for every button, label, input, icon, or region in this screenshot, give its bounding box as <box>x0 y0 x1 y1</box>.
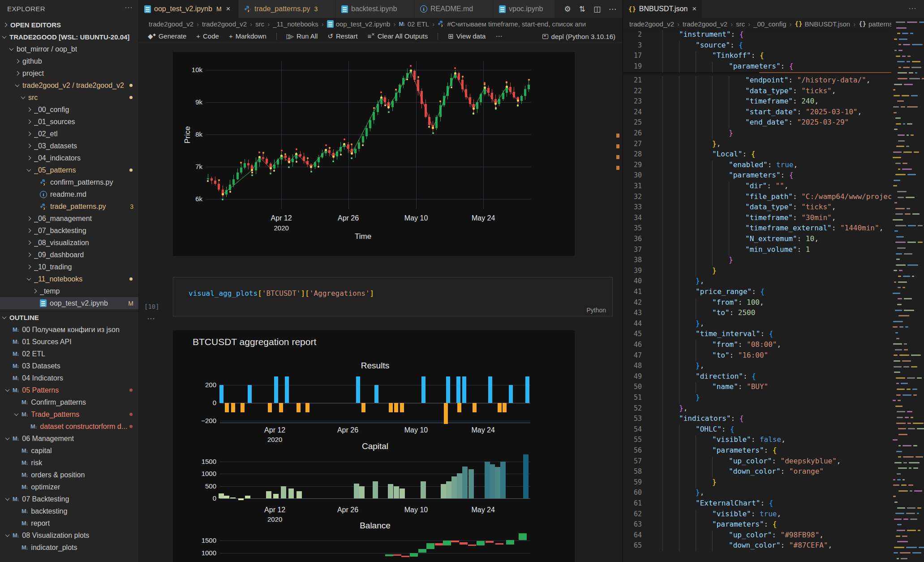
close-icon[interactable]: × <box>226 4 231 13</box>
open-editors-section[interactable]: OPEN EDITORS <box>0 19 139 31</box>
breadcrumb-item[interactable]: trade2good_v2 <box>149 20 193 28</box>
breadcrumb-item[interactable]: _00_config <box>753 20 786 28</box>
split-editor-icon[interactable]: ◫ <box>593 4 601 14</box>
outline-item[interactable]: M↓08 Visualization plots <box>0 529 139 541</box>
editor-more-icon[interactable]: ⋯ <box>908 4 917 13</box>
minimap-line <box>912 44 923 45</box>
tree-item[interactable]: _08_visualization <box>0 237 139 249</box>
outline-item[interactable]: M↓risk <box>0 457 139 469</box>
tree-item[interactable]: _temp <box>0 285 139 297</box>
cell-more-icon[interactable]: ⋯ <box>147 314 155 324</box>
outline-item[interactable]: M↓05 Patterns <box>0 384 139 396</box>
vscode-window: EXPLORER ⋯ OPEN EDITORS TRADE2GOOD [WSL:… <box>0 0 924 562</box>
breadcrumb-item[interactable]: #Считываем timeframe, start-end, список … <box>438 20 586 28</box>
breadcrumb-item[interactable]: _11_notebooks <box>273 20 318 28</box>
tree-item[interactable]: _01_sources <box>0 116 139 128</box>
capital-bar <box>446 481 451 498</box>
tree-item[interactable]: _00_config <box>0 104 139 116</box>
outline-item[interactable]: M↓dataset constructorform d... <box>0 420 139 432</box>
workspace-root-row[interactable]: TRADE2GOOD [WSL: UBUNTU-20.04] <box>0 31 139 43</box>
outline-section-header[interactable]: OUTLINE <box>0 311 139 323</box>
breadcrumb-item[interactable]: src <box>255 20 264 28</box>
breadcrumb-item[interactable]: trade2good_v2 <box>683 20 727 28</box>
editor-tab-oop_test_v2-ipynb[interactable]: oop_test_v2.ipynbM× <box>139 0 239 18</box>
breadcrumb-item[interactable]: oop_test_v2.ipynb <box>327 20 391 28</box>
minimap[interactable] <box>891 19 924 562</box>
outline-item[interactable]: M↓06 Management <box>0 432 139 445</box>
breadcrumb-item[interactable]: {}BNBUSDT.json <box>795 20 851 28</box>
minimap-line <box>894 366 902 367</box>
tree-item[interactable]: oop_test_v2.ipynbM <box>0 297 139 309</box>
markdown-icon: M↓ <box>21 459 28 466</box>
code-token: } <box>679 404 683 415</box>
tree-item[interactable]: _07_backtesting <box>0 225 139 237</box>
outline-item[interactable]: M↓02 ETL <box>0 348 139 360</box>
tree-item[interactable]: github <box>0 55 139 67</box>
editor-tab-vpoc-ipynb[interactable]: vpoc.ipynb <box>494 0 555 18</box>
editor-tab-bnbusdt[interactable]: {} BNBUSDT.json × <box>623 0 702 18</box>
outline-item[interactable]: M↓backtesting <box>0 505 139 517</box>
code-token: "start_date" <box>745 108 797 118</box>
add-markdown-cell-button[interactable]: +Markdown <box>229 32 266 40</box>
minimap-line <box>898 72 907 73</box>
tree-item[interactable]: _04_indicators <box>0 152 139 164</box>
explorer-more-icon[interactable]: ⋯ <box>125 3 133 13</box>
outline-item[interactable]: M↓report <box>0 517 139 529</box>
outline-item[interactable]: M↓01 Sources API <box>0 336 139 348</box>
breadcrumb-item[interactable]: trade2good_v2 <box>629 20 674 28</box>
outline-item[interactable]: M↓orders & position <box>0 469 139 481</box>
breadcrumb-item[interactable]: {}patterns <box>859 20 893 28</box>
tree-item[interactable]: _11_notebooks <box>0 273 139 285</box>
kernel-picker[interactable]: depl (Python 3.10.16) <box>542 30 615 43</box>
clear-outputs-button[interactable]: ≡✕Clear All Outputs <box>367 32 428 40</box>
outline-item[interactable]: M↓00 Получаем конфиги из json <box>0 324 139 336</box>
tree-item[interactable]: _06_management <box>0 212 139 225</box>
tree-item[interactable]: trade2good_v2 / trade2good_v2 <box>0 79 139 91</box>
outline-item[interactable]: M↓04 Indicators <box>0 372 139 384</box>
tree-item[interactable]: _10_trading <box>0 261 139 273</box>
editor-tab-README-md[interactable]: iREADME.md <box>415 0 494 18</box>
tree-item[interactable]: src <box>0 91 139 104</box>
generate-button[interactable]: ◆◆Generate <box>148 32 186 40</box>
code-token: : <box>793 97 801 108</box>
outline-item[interactable]: M↓indicator_plots <box>0 541 139 553</box>
tree-item[interactable]: ireadme.md <box>0 188 139 200</box>
toggle-output-icon[interactable]: ⇅ <box>579 4 585 14</box>
breadcrumb-item[interactable]: trade2good_v2 <box>202 20 247 28</box>
breadcrumb-item[interactable]: src <box>736 20 745 28</box>
minimap-line <box>896 338 899 339</box>
tree-item[interactable]: _05_patterns <box>0 164 139 176</box>
restart-kernel-icon: ↺ <box>327 32 333 40</box>
tree-item-label: _01_sources <box>34 118 75 126</box>
tree-item[interactable]: project <box>0 67 139 79</box>
view-data-button[interactable]: ⊞View data <box>448 32 486 40</box>
run-all-button[interactable]: ▷▷Run All <box>287 32 318 40</box>
tree-item[interactable]: confirm_patterns.py <box>0 176 139 188</box>
outline-item[interactable]: M↓Trade_patterns <box>0 408 139 420</box>
tree-item[interactable]: _02_etl <box>0 128 139 140</box>
tree-item[interactable]: bot_mirror / oop_bt <box>0 43 139 55</box>
outline-item[interactable]: M↓Confirm_patterns <box>0 396 139 408</box>
editor-tab-trade_patterns-py[interactable]: trade_patterns.py3 <box>239 0 336 18</box>
breadcrumb-label: trade2good_v2 <box>683 20 727 28</box>
tree-item[interactable]: _09_dashboard <box>0 249 139 261</box>
breadcrumb-item[interactable]: M↓02 ETL <box>399 20 429 28</box>
more-actions-icon[interactable]: ⋯ <box>609 4 616 14</box>
notebook-code-cell[interactable]: visual_agg_plots['BTCUSDT']['Aggregation… <box>173 277 613 316</box>
tree-item[interactable]: trade_patterns.py3 <box>0 200 139 212</box>
outline-item[interactable]: M↓07 Backtesting <box>0 493 139 505</box>
outline-item[interactable]: M↓capital <box>0 445 139 457</box>
line-text: }, <box>662 488 704 499</box>
close-icon[interactable]: × <box>692 4 696 13</box>
candle-body <box>425 104 427 117</box>
toolbar-more-button[interactable]: ⋯ <box>495 32 502 40</box>
outline-item[interactable]: M↓optimizer <box>0 481 139 493</box>
editor-tab-backtest-ipynb[interactable]: backtest.ipynb <box>336 0 415 18</box>
add-code-cell-button[interactable]: +Code <box>196 32 219 40</box>
restart-kernel-button[interactable]: ↺Restart <box>327 32 357 40</box>
gear-icon[interactable]: ⚙ <box>564 4 571 14</box>
outline-item[interactable]: M↓03 Datasets <box>0 360 139 372</box>
tree-item[interactable]: _03_datasets <box>0 140 139 152</box>
cell-language-label[interactable]: Python <box>586 307 606 314</box>
axis-tick-label: Apr 12 <box>261 214 301 222</box>
